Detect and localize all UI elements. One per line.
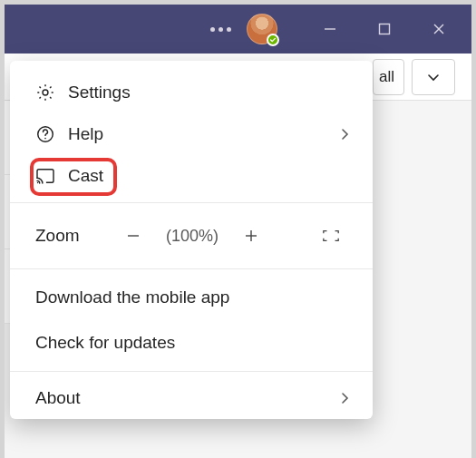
menu-divider (10, 202, 373, 203)
menu-divider (10, 371, 373, 372)
chevron-right-icon (336, 390, 353, 406)
minus-icon (126, 229, 141, 243)
menu-item-about[interactable]: About (10, 377, 373, 419)
help-icon (35, 124, 55, 144)
menu-item-help[interactable]: Help (10, 113, 373, 155)
more-button[interactable] (201, 10, 239, 48)
zoom-out-button[interactable] (112, 219, 155, 252)
call-label-fragment: all (379, 68, 394, 86)
cast-icon (35, 166, 55, 186)
menu-item-settings[interactable]: Settings (10, 72, 373, 113)
fullscreen-button[interactable] (309, 219, 353, 252)
cast-label: Cast (68, 166, 353, 186)
zoom-value: (100%) (162, 227, 222, 246)
presence-badge-available (267, 34, 279, 46)
call-button-fragment[interactable]: all (373, 59, 404, 95)
profile-avatar[interactable] (247, 14, 277, 44)
settings-menu: Settings Help (10, 61, 373, 419)
fullscreen-icon (322, 229, 340, 243)
download-app-label: Download the mobile app (35, 287, 229, 307)
settings-label: Settings (68, 83, 353, 102)
about-label: About (35, 388, 324, 408)
svg-point-6 (44, 138, 46, 140)
maximize-button[interactable] (357, 5, 412, 54)
menu-item-cast[interactable]: Cast (10, 155, 373, 197)
svg-point-4 (43, 90, 48, 95)
menu-item-check-updates[interactable]: Check for updates (10, 320, 373, 365)
help-label: Help (68, 124, 324, 144)
chevron-down-icon (426, 70, 441, 84)
chevron-right-icon (336, 126, 353, 142)
gear-icon (35, 83, 55, 102)
check-updates-label: Check for updates (35, 333, 175, 352)
zoom-in-button[interactable] (229, 219, 273, 252)
svg-point-7 (37, 182, 38, 183)
minimize-button[interactable] (303, 5, 357, 54)
menu-item-zoom: Zoom (100%) (10, 209, 373, 263)
titlebar (5, 5, 471, 54)
app-window: all v e Settings (5, 5, 471, 458)
plus-icon (244, 229, 258, 243)
svg-rect-1 (380, 24, 390, 34)
close-button[interactable] (412, 5, 466, 54)
menu-item-download-app[interactable]: Download the mobile app (10, 275, 373, 320)
zoom-label: Zoom (35, 226, 104, 246)
call-dropdown-button[interactable] (412, 59, 455, 95)
menu-divider (10, 268, 373, 269)
